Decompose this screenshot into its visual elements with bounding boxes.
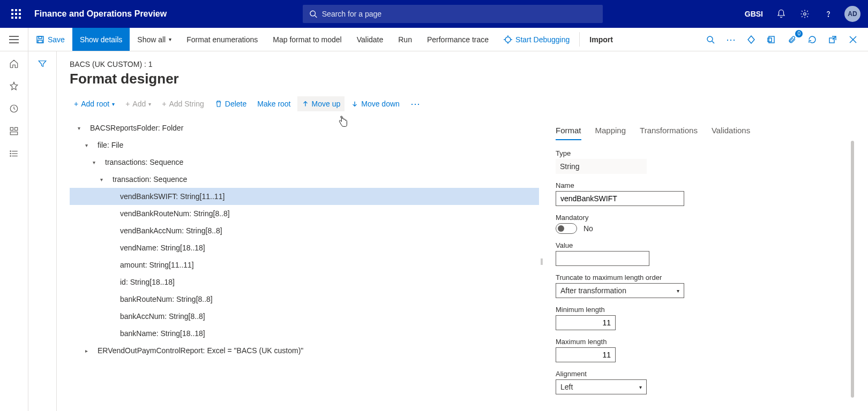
recent-button[interactable] (9, 104, 19, 113)
tree-row[interactable]: ▸amount: String[11..11] (70, 256, 539, 273)
mandatory-text: No (583, 224, 593, 233)
tree-node-label: ERVendOutPaymControlReport: Excel = "BAC… (98, 346, 303, 355)
tree-row[interactable]: ▸bankName: String[18..18] (70, 325, 539, 342)
import-button[interactable]: Import (582, 28, 620, 51)
main: BACS (UK CUSTOM) : 1 Format designer +Ad… (0, 51, 868, 411)
office-button[interactable] (762, 30, 781, 49)
mandatory-label: Mandatory (556, 214, 844, 222)
tree-row[interactable]: ▾file: File (70, 136, 539, 154)
format-tree[interactable]: ▾BACSReportsFolder: Folder▾file: File▾tr… (70, 119, 539, 402)
more-button[interactable]: ⋯ (721, 30, 740, 49)
performance-trace-button[interactable]: Performance trace (420, 28, 496, 51)
caret-down-icon[interactable]: ▾ (75, 125, 83, 131)
search-input[interactable] (322, 10, 597, 18)
value-field[interactable] (556, 251, 649, 266)
avatar[interactable]: AD (844, 6, 860, 22)
move-down-button[interactable]: Move down (347, 96, 404, 111)
bell-icon (776, 9, 786, 19)
splitter[interactable]: ‖ (539, 119, 544, 402)
tree-row[interactable]: ▾transactions: Sequence (70, 154, 539, 171)
move-up-button[interactable]: Move up (297, 96, 345, 111)
tab-transformations[interactable]: Transformations (640, 121, 698, 140)
notifications-button[interactable] (770, 2, 792, 26)
attachments-button[interactable] (782, 30, 802, 49)
tree-row[interactable]: ▸id: String[18..18] (70, 273, 539, 291)
tree-node-label: bankAccNum: String[8..8] (120, 312, 205, 321)
chevron-down-icon: ▾ (639, 384, 642, 390)
mandatory-toggle[interactable] (556, 223, 577, 234)
popout-button[interactable] (823, 30, 842, 49)
tab-validations[interactable]: Validations (712, 121, 750, 140)
modules-button[interactable] (9, 149, 19, 158)
help-icon (824, 9, 833, 19)
arrow-down-icon (351, 100, 358, 108)
show-details-button[interactable]: Show details (72, 28, 130, 51)
caret-down-icon[interactable]: ▾ (90, 159, 98, 165)
favorites-button[interactable] (9, 81, 19, 91)
settings-button[interactable] (794, 2, 815, 26)
svg-point-15 (707, 36, 713, 42)
start-debugging-button[interactable]: Start Debugging (496, 28, 577, 51)
close-button[interactable] (843, 30, 863, 49)
nav-toggle[interactable] (0, 28, 28, 51)
truncate-label: Truncate to maximum length order (556, 273, 844, 281)
waffle-icon (11, 9, 21, 19)
filter-button[interactable] (38, 59, 47, 411)
name-field[interactable] (556, 191, 684, 206)
toolbar-more-button[interactable]: ⋯ (406, 95, 424, 113)
search-box[interactable] (303, 5, 603, 23)
save-icon (36, 35, 44, 44)
right-commands: ⋯ (701, 28, 868, 51)
doc-icon (767, 35, 776, 44)
workspaces-button[interactable] (9, 126, 19, 136)
align-select[interactable]: Left▾ (556, 379, 647, 394)
app-launcher-button[interactable] (4, 2, 28, 26)
page-search-button[interactable] (701, 30, 720, 49)
tree-row[interactable]: ▸vendBankSWIFT: String[11..11] (70, 188, 539, 205)
company-label[interactable]: GBSI (739, 10, 768, 18)
chevron-down-icon: ▾ (148, 101, 151, 107)
minlen-field[interactable] (556, 315, 616, 330)
help-button[interactable] (818, 2, 839, 26)
caret-right-icon[interactable]: ▸ (83, 348, 90, 354)
tree-row[interactable]: ▸vendName: String[18..18] (70, 239, 539, 256)
run-label: Run (398, 35, 412, 44)
tab-format[interactable]: Format (556, 121, 581, 140)
save-button[interactable]: Save (28, 28, 72, 51)
svg-point-3 (828, 16, 828, 17)
truncate-select[interactable]: After transformation▾ (556, 283, 684, 298)
format-enumerations-button[interactable]: Format enumerations (179, 28, 265, 51)
add-root-button[interactable]: +Add root▾ (70, 96, 119, 111)
plus-icon: + (125, 100, 130, 108)
tree-row[interactable]: ▸vendBankAccNum: String[8..8] (70, 222, 539, 239)
tree-row[interactable]: ▸bankAccNum: String[8..8] (70, 308, 539, 325)
connector-button[interactable] (742, 30, 761, 49)
tree-row[interactable]: ▾transaction: Sequence (70, 171, 539, 188)
tree-row[interactable]: ▾BACSReportsFolder: Folder (70, 119, 539, 136)
popout-icon (828, 35, 837, 44)
caret-down-icon[interactable]: ▾ (83, 142, 90, 148)
svg-rect-23 (10, 127, 13, 130)
show-all-button[interactable]: Show all▾ (130, 28, 179, 51)
tab-mapping[interactable]: Mapping (595, 121, 626, 140)
perf-trace-label: Performance trace (427, 35, 489, 44)
delete-button[interactable]: Delete (211, 96, 251, 111)
run-button[interactable]: Run (391, 28, 420, 51)
refresh-button[interactable] (803, 30, 822, 49)
align-label: Alignment (556, 370, 844, 378)
make-root-label: Make root (257, 100, 290, 108)
scrollbar[interactable] (851, 141, 854, 398)
tree-node-label: vendName: String[18..18] (120, 243, 205, 252)
caret-down-icon[interactable]: ▾ (98, 177, 105, 182)
search-icon (309, 10, 317, 18)
tree-row[interactable]: ▸bankRouteNum: String[8..8] (70, 291, 539, 308)
map-format-button[interactable]: Map format to model (265, 28, 349, 51)
tree-row[interactable]: ▸vendBankRouteNum: String[8..8] (70, 205, 539, 222)
validate-button[interactable]: Validate (349, 28, 391, 51)
maxlen-field[interactable] (556, 347, 616, 362)
debug-icon (504, 35, 512, 44)
home-button[interactable] (9, 59, 19, 68)
make-root-button[interactable]: Make root (253, 96, 295, 111)
tree-node-label: bankRouteNum: String[8..8] (120, 295, 213, 303)
tree-row[interactable]: ▸ERVendOutPaymControlReport: Excel = "BA… (70, 342, 539, 359)
